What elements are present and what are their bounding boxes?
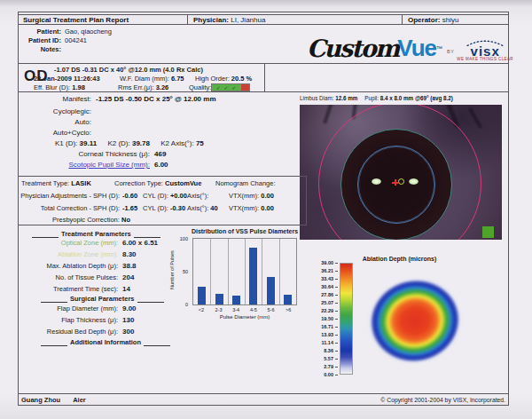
patient-id-row: Patient ID:004241 (22, 36, 87, 44)
total-axis: Axis(°): 40 (187, 204, 218, 212)
scotopic-row: Scotopic Pupil Size (mm):6.00 (19, 161, 168, 169)
ablation-zone-label: Ablation Zone (mm): (24, 250, 118, 258)
total-correction-label: Total Correction - SPH (D): (19, 204, 120, 212)
header-rule (144, 339, 170, 346)
scanned-report-page: { "colors": { "bar_blue": "#2450a5", "li… (0, 0, 532, 419)
colorbar-tick-label: 27.86 (321, 292, 338, 297)
colorbar-tick-label: 33.43 (321, 276, 338, 281)
bar-2-3 (215, 294, 223, 304)
bar-chart-gridline (210, 239, 211, 304)
bar-chart-title: Distribution of VSS Pulse Diameters (182, 228, 308, 234)
header-rule (41, 296, 67, 303)
header-rule (134, 231, 160, 238)
quality-label: Quality: (189, 83, 211, 91)
correction-type: Correction Type: CustomVue (114, 179, 201, 187)
correction-type-label: Correction Type: (114, 179, 163, 187)
operator-cell: Operator: shiyu (403, 15, 509, 24)
presbyopic-row: Presbyopic Correction: No (52, 216, 130, 224)
tissue-pulses-value: 204 (122, 273, 134, 281)
auto-row: Auto: (19, 118, 96, 126)
high-order: High Order: 20.5 % (195, 75, 252, 83)
bar-chart-xaxis: <22-33-44-55-6>6 (192, 307, 297, 312)
limbus-label: Limbus Diam: (300, 95, 334, 101)
ablation-zone-row: Ablation Zone (mm):8.30 (24, 250, 137, 258)
colorbar-tick-label: 30.64 (321, 284, 338, 289)
eye-photo (300, 105, 502, 240)
treatment-parameters-header: Treatment Parameters (29, 230, 163, 238)
patient-id-value: 004241 (65, 36, 87, 44)
colorbar-tick-label: 2.79 (324, 364, 338, 369)
physician-cell: Physician: LI, Jianhua (188, 15, 403, 24)
bar-chart-plot (192, 238, 297, 305)
flap-diameter-label: Flap Diameter (mm): (24, 304, 118, 312)
additional-information-header: Additional Information (38, 338, 173, 346)
notes-row: Notes: (22, 45, 65, 53)
logo-trademark: ™ (436, 45, 442, 51)
surgical-parameters-title: Surgical Parameters (70, 295, 135, 303)
total-vtx-value: 0.00 (261, 204, 274, 212)
k2-axis-label: K2 Axis(°): (160, 139, 193, 147)
header-bar: Surgical Treatment Plan Report Physician… (18, 14, 509, 25)
reflection-dot-right (409, 178, 419, 185)
footer-clinic-name: Aier (73, 396, 86, 404)
nomogram-change-label: Nomogram Change: (215, 179, 276, 187)
residual-bed-depth-row: Residual Bed Depth (μ):300 (24, 328, 134, 336)
bar-chart-xtick: 3-4 (227, 307, 245, 312)
bar-chart-yaxis: 050100 (176, 238, 191, 305)
vtx-label: VTX(mm): (229, 192, 259, 200)
rms-err: Rms Err.(μ): 3.26 (118, 83, 168, 91)
flap-diameter-row: Flap Diameter (mm):9.00 (24, 304, 137, 312)
patient-label: Patient: (22, 28, 61, 36)
adjustments-axis: Axis(°): (187, 192, 208, 200)
tissue-pulses-row: No. of Tissue Pulses:204 (24, 273, 134, 281)
bar-5-6 (267, 277, 275, 304)
residual-bed-depth-label: Residual Bed Depth (μ): (24, 328, 118, 336)
cyl-label-2: CYL (D): (143, 204, 168, 212)
scotopic-pupil-link[interactable]: Scotopic Pupil Size (mm): (68, 161, 150, 169)
treatment-type-value: LASIK (71, 179, 91, 187)
patient-row: Patient:Gao, qiaocheng (22, 28, 112, 36)
high-order-label: High Order: (195, 75, 230, 83)
bar-chart-ytick: 0 (185, 302, 188, 307)
manifest-value: -1.25 DS -0.50 DC x 25° @ 12.00 mm (96, 95, 216, 103)
colorbar-tick-label: 25.07 (321, 300, 338, 305)
correction-type-value: CustomVue (165, 179, 201, 187)
eyelash-shadow (323, 105, 333, 124)
corneal-thickness-label: Corneal Thickness (μ): (19, 150, 150, 158)
center-target-ring (398, 178, 404, 185)
eff-blur: Eff. Blur (D): 1.98 (34, 83, 85, 91)
header-rule (41, 339, 67, 346)
optical-zone-value: 6.00 x 6.51 (122, 239, 158, 247)
axis-label: Axis(°): (187, 192, 208, 200)
visx-tagline: WE MAKE THINGS CLEAR (457, 57, 513, 61)
ablation-depth-heatmap (360, 269, 470, 373)
keratometry-row: K1 (D): 39.11 K2 (D): 39.78 K2 Axis(°): … (55, 139, 204, 147)
exam-datetime: 22-Jan-2009 11:26:43 (34, 75, 100, 83)
report-title: Surgical Treatment Plan Report (23, 16, 129, 24)
k2-label: K2 (D): (107, 139, 129, 147)
total-vtx: VTX(mm): 0.00 (229, 204, 274, 212)
calibration-green-square (482, 226, 494, 238)
report-title-cell: Surgical Treatment Plan Report (18, 15, 188, 24)
scotopic-pupil-value: 6.00 (154, 161, 168, 169)
header-rule (32, 231, 59, 238)
physician-adjustments-row: Physician Adjustments - SPH (D):-0.60 (19, 192, 137, 200)
presbyopic-value: No (121, 216, 130, 224)
footer-bar: Guang ZhouAier © Copyright 2001-2004 by … (18, 393, 509, 406)
footer-clinic: Guang ZhouAier (21, 396, 98, 404)
colorbar-tick-label: 16.71 (321, 324, 338, 329)
residual-bed-depth-value: 300 (122, 328, 134, 336)
ablation-colorbar-ticks: 39.0036.2133.4330.6427.8625.0722.2919.50… (304, 263, 338, 378)
auto-label: Auto: (19, 118, 91, 126)
treatment-type: Treatment Type: LASIK (21, 179, 91, 187)
flap-thickness-row: Flap Thickness (μ):130 (24, 316, 134, 324)
treatment-type-label: Treatment Type: (21, 179, 69, 187)
total-cyl: CYL (D): -0.30 (143, 204, 185, 212)
quality-checks: ✓ ✓ ✓ (212, 84, 241, 91)
wf-diam-label: W.F. Diam (mm): (120, 75, 169, 83)
cycloplegic-row: Cycloplegic: (19, 107, 96, 115)
max-ablation-depth-value: 38.8 (122, 262, 137, 270)
bar-chart-xtick: 4-5 (245, 307, 262, 312)
treatment-box: Treatment Type: LASIK Correction Type: C… (18, 176, 307, 225)
k2-axis-value: 75 (196, 139, 204, 147)
